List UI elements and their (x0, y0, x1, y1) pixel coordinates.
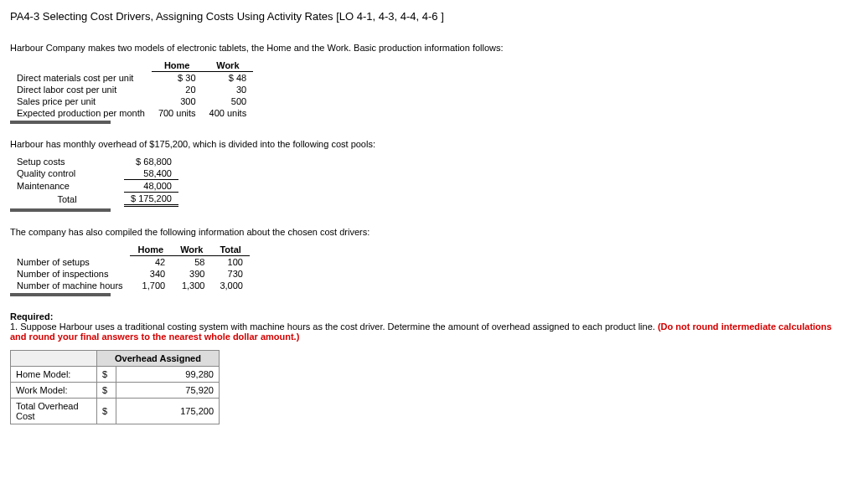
table-row: Direct labor cost per unit 20 30 (10, 84, 253, 95)
col-work: Work (203, 59, 254, 72)
table-row: Setup costs $ 68,800 (10, 156, 178, 167)
table-row: Maintenance 48,000 (10, 180, 178, 193)
table-row: Expected production per month 700 units … (10, 107, 253, 119)
overhead-intro: Harbour has monthly overhead of $175,200… (10, 139, 848, 149)
drivers-intro: The company has also compiled the follow… (10, 227, 848, 237)
cost-pool-table: Setup costs $ 68,800 Quality control 58,… (10, 156, 178, 207)
table-row: Work Model: $ 75,920 (11, 383, 220, 399)
col-home: Home (130, 244, 173, 256)
table-row: Number of machine hours 1,700 1,300 3,00… (10, 280, 250, 291)
intro-text: Harbour Company makes two models of elec… (10, 43, 848, 53)
tab-handle-icon (10, 121, 111, 124)
production-table: Home Work Direct materials cost per unit… (10, 59, 253, 119)
col-work: Work (172, 244, 211, 256)
answer-header: Overhead Assigned (97, 351, 220, 367)
table-row: Number of inspections 340 390 730 (10, 268, 250, 280)
page-title: PA4-3 Selecting Cost Drivers, Assigning … (10, 10, 848, 23)
required-text: 1. Suppose Harbour uses a traditional co… (10, 321, 658, 332)
table-row: Direct materials cost per unit $ 30 $ 48 (10, 72, 253, 85)
work-overhead-input[interactable]: 75,920 (116, 383, 220, 399)
table-row: Quality control 58,400 (10, 167, 178, 180)
tab-handle-icon (10, 208, 111, 212)
total-overhead-value: 175,200 (116, 399, 220, 424)
drivers-table: Home Work Total Number of setups 42 58 1… (10, 244, 250, 291)
required-label: Required: (10, 311, 53, 321)
table-row: Total Overhead Cost $ 175,200 (11, 399, 220, 424)
col-total: Total (211, 244, 249, 256)
answer-table: Overhead Assigned Home Model: $ 99,280 W… (10, 350, 220, 424)
table-row: Total $ 175,200 (10, 193, 178, 206)
col-home: Home (152, 59, 203, 72)
table-row: Home Model: $ 99,280 (11, 367, 220, 383)
tab-handle-icon (10, 293, 111, 296)
table-row: Number of setups 42 58 100 (10, 256, 250, 269)
table-row: Sales price per unit 300 500 (10, 95, 253, 107)
home-overhead-input[interactable]: 99,280 (116, 367, 220, 383)
